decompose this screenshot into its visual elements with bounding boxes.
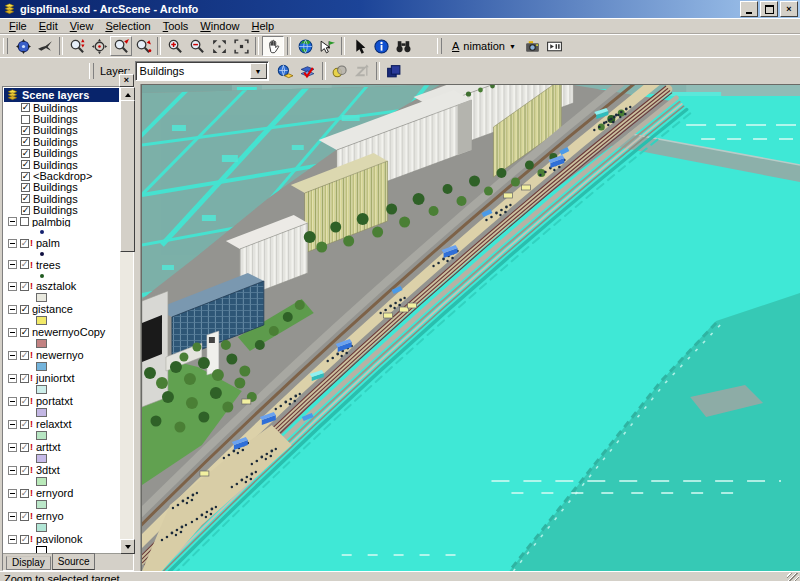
toc-layer-buildings[interactable]: ✓Buildings (4, 159, 119, 170)
toc-layer-arttxt[interactable]: ✓!arttxt (4, 442, 119, 453)
toc-close-button[interactable]: × (119, 74, 134, 87)
toc-layer-portatxt[interactable]: ✓!portatxt (4, 396, 119, 407)
toc-layer-relaxtxt[interactable]: ✓!relaxtxt (4, 419, 119, 430)
collapse-icon[interactable] (8, 489, 17, 498)
layer-label[interactable]: trees (36, 259, 60, 270)
toc-layer-buildings[interactable]: ✓Buildings (4, 125, 119, 136)
layer-checkbox[interactable]: ✓ (20, 282, 29, 291)
zoom-out-button[interactable] (186, 36, 208, 56)
layer-checkbox[interactable]: ✓ (20, 512, 29, 521)
layer-label[interactable]: palmbig (32, 216, 71, 227)
layer-label[interactable]: Buildings (33, 136, 78, 147)
collapse-icon[interactable] (8, 420, 17, 429)
layer-checkbox[interactable]: ✓ (21, 149, 30, 158)
toc-root-item[interactable]: Scene layers (4, 88, 119, 102)
pan-button[interactable] (262, 36, 284, 56)
set-observer-button[interactable] (132, 36, 154, 56)
toc-layer-gistance[interactable]: ✓gistance (4, 304, 119, 315)
layer-checkbox[interactable]: ✓ (21, 103, 30, 112)
menu-help[interactable]: Help (245, 20, 280, 32)
layer-label[interactable]: Buildings (33, 205, 78, 216)
layer-checkbox[interactable]: ✓ (20, 443, 29, 452)
layer-checkbox[interactable]: ✓ (20, 397, 29, 406)
layer-checkbox[interactable] (20, 217, 29, 226)
toc-layer-newernyocopy[interactable]: ✓newernyoCopy (4, 327, 119, 338)
identify-button[interactable] (370, 36, 392, 56)
layer-checkbox[interactable]: ✓ (21, 172, 30, 181)
zoom-in-out-button[interactable] (66, 36, 88, 56)
toolbar-grip[interactable] (437, 38, 442, 54)
layer-label[interactable]: Buildings (33, 193, 78, 204)
scene-viewport[interactable] (141, 84, 800, 571)
collapse-icon[interactable] (8, 535, 17, 544)
collapse-icon[interactable] (8, 466, 17, 475)
toc-layer-ernyord[interactable]: ✓!ernyord (4, 488, 119, 499)
layer-label[interactable]: 3dtxt (36, 465, 60, 476)
toolbar-grip[interactable] (89, 63, 94, 79)
layer-checkbox[interactable]: ✓ (20, 239, 29, 248)
vertical-exaggeration-button[interactable] (351, 61, 373, 81)
layer-checkbox[interactable]: ✓ (21, 183, 30, 192)
collapse-icon[interactable] (8, 260, 17, 269)
layer-globe-button[interactable] (275, 61, 297, 81)
toc-layer-3dtxt[interactable]: ✓!3dtxt (4, 465, 119, 476)
depth-priority-button[interactable] (383, 61, 405, 81)
toc-layer-juniortxt[interactable]: ✓!juniortxt (4, 373, 119, 384)
menu-window[interactable]: Window (194, 20, 245, 32)
menu-view[interactable]: View (64, 20, 100, 32)
layer-label[interactable]: relaxtxt (36, 419, 71, 430)
tab-source[interactable]: Source (52, 553, 96, 570)
navigate-button[interactable] (12, 36, 34, 56)
collapse-icon[interactable] (8, 305, 17, 314)
toc-scrollbar[interactable] (120, 87, 133, 554)
combobox-dropdown-button[interactable]: ▼ (250, 63, 267, 79)
layer-checkbox[interactable]: ✓ (21, 194, 30, 203)
collapse-icon[interactable] (8, 282, 17, 291)
restore-button[interactable] (760, 1, 778, 17)
layer-checkbox[interactable]: ✓ (20, 466, 29, 475)
layer-checkbox[interactable]: ✓ (21, 206, 30, 215)
layer-checkbox[interactable]: ✓ (20, 260, 29, 269)
layer-check-button[interactable] (297, 61, 319, 81)
layer-label[interactable]: gistance (32, 304, 73, 315)
select-graphics-button[interactable] (316, 36, 338, 56)
toc-layer-buildings[interactable]: ✓Buildings (4, 193, 119, 204)
toc-layer-backdrop[interactable]: ✓<Backdrop> (4, 170, 119, 181)
tab-display[interactable]: Display (6, 556, 51, 570)
toc-layer-trees[interactable]: ✓!trees (4, 259, 119, 270)
layer-label[interactable]: newernyoCopy (32, 327, 105, 338)
layer-label[interactable]: palm (36, 237, 60, 248)
menu-tools[interactable]: Tools (157, 20, 195, 32)
layer-checkbox[interactable]: ✓ (21, 137, 30, 146)
toc-layer-buildings[interactable]: ✓Buildings (4, 148, 119, 159)
layer-label[interactable]: Buildings (33, 113, 78, 124)
layer-label[interactable]: pavilonok (36, 533, 82, 544)
toolbar-grip[interactable] (3, 38, 8, 54)
collapse-icon[interactable] (8, 239, 17, 248)
layer-checkbox[interactable]: ✓ (21, 126, 30, 135)
expand-extent-button[interactable] (208, 36, 230, 56)
layer-label[interactable]: <Backdrop> (33, 170, 92, 181)
collapse-icon[interactable] (8, 443, 17, 452)
panel-splitter[interactable] (134, 84, 141, 571)
layer-checkbox[interactable]: ✓ (20, 489, 29, 498)
layer-label[interactable]: arttxt (36, 442, 60, 453)
toc-layer-buildings[interactable]: ✓Buildings (4, 205, 119, 216)
layer-checkbox[interactable]: ✓ (20, 328, 29, 337)
scroll-down-button[interactable] (120, 539, 135, 554)
menu-file[interactable]: File (3, 20, 33, 32)
layer-checkbox[interactable]: ✓ (20, 374, 29, 383)
layer-checkbox[interactable]: ✓ (21, 160, 30, 169)
collapse-icon[interactable] (8, 217, 17, 226)
layer-label[interactable]: asztalok (36, 281, 76, 292)
layer-checkbox[interactable] (21, 115, 30, 124)
animation-controls-button[interactable] (544, 36, 566, 56)
layer-label[interactable]: juniortxt (36, 373, 75, 384)
scrollbar-thumb[interactable] (120, 100, 135, 252)
toc-layer-buildings[interactable]: ✓Buildings (4, 136, 119, 147)
collapse-icon[interactable] (8, 374, 17, 383)
layer-combobox[interactable]: Buildings ▼ (135, 61, 269, 81)
toc-layer-palm[interactable]: ✓!palm (4, 237, 119, 248)
toc-layer-asztalok[interactable]: ✓!asztalok (4, 281, 119, 292)
layer-label[interactable]: ernyord (36, 488, 73, 499)
